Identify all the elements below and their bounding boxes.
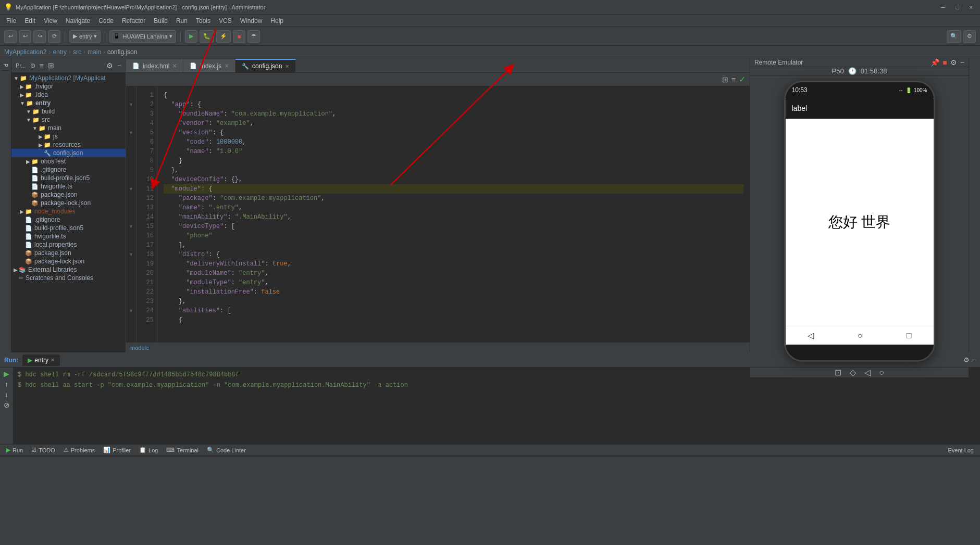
fold-2[interactable]: ▼ xyxy=(126,100,136,109)
sidebar-close-btn[interactable]: − xyxy=(116,60,122,71)
fold-18[interactable]: ▼ xyxy=(126,250,136,259)
phone-back-btn[interactable]: ◁ xyxy=(808,331,814,340)
debug-btn[interactable]: 🐛 xyxy=(200,30,214,43)
tree-local-props[interactable]: ▶ 📄 local.properties xyxy=(11,240,126,249)
list-view-btn[interactable]: ≡ xyxy=(731,75,736,84)
fold-14[interactable] xyxy=(126,212,136,222)
editor-content[interactable]: ▼ ▼ ▼ ▼ ▼ xyxy=(126,86,750,342)
tree-build[interactable]: ▼ 📁 build xyxy=(11,107,126,116)
fold-17[interactable] xyxy=(126,240,136,250)
tree-package2[interactable]: ▶ 📦 package.json xyxy=(11,249,126,257)
event-log-status[interactable]: Event Log xyxy=(946,447,976,453)
close-hml-tab[interactable]: ✕ xyxy=(172,63,177,69)
sidebar-sync-btn[interactable]: ⊙ xyxy=(29,61,36,70)
code-editor[interactable]: { "app": { "bundleName": "com.example.my… xyxy=(157,86,750,342)
run-config-dropdown[interactable]: ▶ entry ▾ xyxy=(69,30,101,43)
tree-hvigor[interactable]: ▶ 📁 .hvigor xyxy=(11,82,126,91)
tree-gitignore2[interactable]: ▶ 📄 .gitignore xyxy=(11,216,126,224)
search-btn[interactable]: 🔍 xyxy=(947,30,961,43)
fold-5[interactable]: ▼ xyxy=(126,128,136,137)
menu-tools[interactable]: Tools xyxy=(192,16,215,26)
tree-node-modules[interactable]: ▶ 📁 node_modules xyxy=(11,207,126,216)
tree-gitignore1[interactable]: ▶ 📄 .gitignore xyxy=(11,166,126,174)
tree-root[interactable]: ▼ 📁 MyApplication2 [MyApplicat xyxy=(11,74,126,82)
menu-build[interactable]: Build xyxy=(150,16,172,26)
fold-25[interactable] xyxy=(126,315,136,325)
fold-8[interactable] xyxy=(126,156,136,166)
fold-24[interactable]: ▼ xyxy=(126,306,136,315)
scroll-up-btn[interactable]: ↑ xyxy=(5,380,8,388)
run-close-btn[interactable]: − xyxy=(972,356,976,364)
tree-external-libs[interactable]: ▶ 📚 External Libraries xyxy=(11,265,126,274)
sidebar-gear-btn[interactable]: ⚙ xyxy=(105,60,114,71)
tab-index-hml[interactable]: 📄 index.hml ✕ xyxy=(126,59,183,72)
forward-btn[interactable]: ↪ xyxy=(33,30,46,43)
problems-status[interactable]: ⚠ Problems xyxy=(61,447,97,453)
tree-js[interactable]: ▶ 📁 js xyxy=(11,132,126,141)
fold-13[interactable] xyxy=(126,203,136,212)
run-play-btn[interactable]: ▶ xyxy=(4,370,9,378)
menu-refactor[interactable]: Refactor xyxy=(118,16,150,26)
breadcrumb-project[interactable]: MyApplication2 xyxy=(4,48,46,56)
tree-resources[interactable]: ▶ 📁 resources xyxy=(11,141,126,149)
menu-window[interactable]: Window xyxy=(236,16,267,26)
menu-code[interactable]: Code xyxy=(94,16,118,26)
tree-idea[interactable]: ▶ 📁 .idea xyxy=(11,91,126,99)
close-config-tab[interactable]: ✕ xyxy=(285,64,289,69)
profile-btn[interactable]: ⚡ xyxy=(216,30,231,43)
fold-19[interactable] xyxy=(126,259,136,269)
fold-4[interactable] xyxy=(126,119,136,128)
fold-6[interactable] xyxy=(126,137,136,147)
minimize-btn[interactable]: ─ xyxy=(938,4,948,10)
menu-edit[interactable]: Edit xyxy=(20,16,40,26)
code-linter-status[interactable]: 🔍 Code Linter xyxy=(205,447,248,453)
menu-file[interactable]: File xyxy=(2,16,20,26)
clear-btn[interactable]: ⊘ xyxy=(4,401,10,409)
tree-src[interactable]: ▼ 📁 src xyxy=(11,116,126,124)
menu-vcs[interactable]: VCS xyxy=(215,16,236,26)
stop-emulator-btn[interactable]: ■ xyxy=(942,58,947,67)
tree-build-profile2[interactable]: ▶ 📄 build-profile.json5 xyxy=(11,224,126,232)
run-settings-btn[interactable]: ⚙ xyxy=(963,356,970,364)
tree-build-profile[interactable]: ▶ 📄 build-profile.json5 xyxy=(11,174,126,182)
close-js-tab[interactable]: ✕ xyxy=(225,63,229,69)
tree-package-lock[interactable]: ▶ 📦 package-lock.json xyxy=(11,199,126,207)
fold-3[interactable] xyxy=(126,109,136,119)
undo-btn[interactable]: ↩ xyxy=(19,30,31,43)
pin-btn[interactable]: 📌 xyxy=(931,58,939,67)
terminal-status[interactable]: ⌨ Terminal xyxy=(164,447,201,453)
fold-20[interactable] xyxy=(126,269,136,278)
scroll-down-btn[interactable]: ↓ xyxy=(5,390,8,399)
menu-help[interactable]: Help xyxy=(266,16,288,26)
git-update-btn[interactable]: ↩ xyxy=(4,30,17,43)
close-run-tab[interactable]: ✕ xyxy=(51,357,55,363)
tab-config-json[interactable]: 🔧 config.json ✕ xyxy=(235,59,296,72)
fold-12[interactable] xyxy=(126,194,136,203)
run-status[interactable]: ▶ Run xyxy=(4,447,25,453)
fold-15[interactable]: ▼ xyxy=(126,222,136,231)
menu-view[interactable]: View xyxy=(40,16,61,26)
fold-9[interactable] xyxy=(126,166,136,175)
sidebar-expand-btn[interactable]: ⊞ xyxy=(47,60,55,71)
profiler-status[interactable]: 📊 Profiler xyxy=(101,447,133,453)
tab-index-js[interactable]: 📄 index.js ✕ xyxy=(183,59,235,72)
settings-btn[interactable]: ⚙ xyxy=(963,30,976,43)
breadcrumb-src[interactable]: src xyxy=(73,48,81,56)
fold-11[interactable]: ▼ xyxy=(126,184,136,194)
tree-package[interactable]: ▶ 📦 package.json xyxy=(11,191,126,199)
coverage-btn[interactable]: ☂ xyxy=(247,30,260,43)
tree-hvigorfile[interactable]: ▶ 📄 hvigorfile.ts xyxy=(11,182,126,191)
fold-21[interactable] xyxy=(126,278,136,287)
close-btn[interactable]: × xyxy=(966,4,976,10)
log-status[interactable]: 📋 Log xyxy=(137,447,160,453)
breadcrumb-main[interactable]: main xyxy=(88,48,101,56)
menu-navigate[interactable]: Navigate xyxy=(61,16,94,26)
tree-ohostest[interactable]: ▶ 📁 ohosTest xyxy=(11,157,126,166)
fold-1[interactable] xyxy=(126,91,136,100)
breadcrumb-file[interactable]: config.json xyxy=(107,48,137,56)
fold-10[interactable] xyxy=(126,175,136,184)
project-tab[interactable]: P xyxy=(2,60,9,71)
phone-recents-btn[interactable]: □ xyxy=(907,331,912,340)
fold-23[interactable] xyxy=(126,297,136,306)
emulator-minimize-btn[interactable]: − xyxy=(960,58,964,67)
